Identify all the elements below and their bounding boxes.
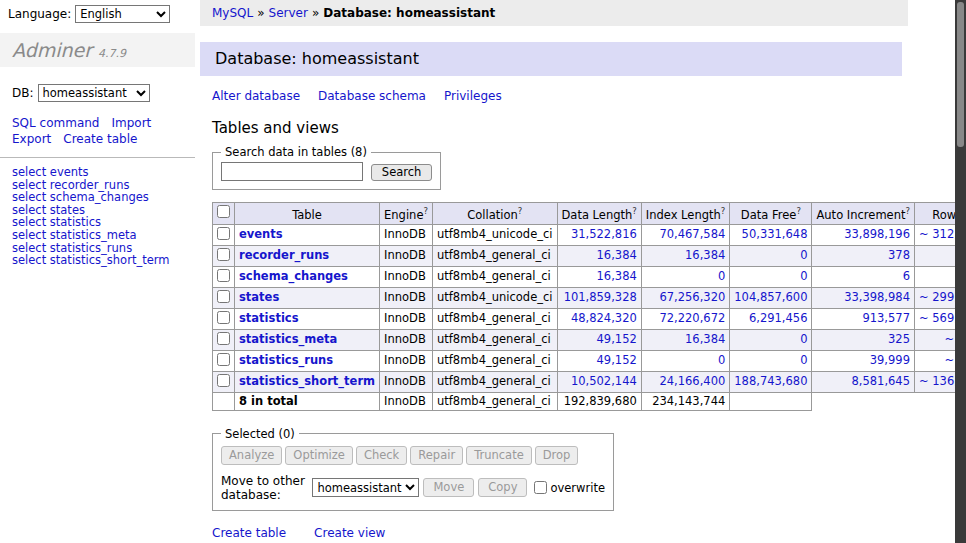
sidebar-table-select-link[interactable]: select statistics_short_term <box>12 254 183 267</box>
column-help-link[interactable]: ? <box>905 206 910 216</box>
row-checkbox[interactable] <box>217 269 230 282</box>
engine-cell: InnoDB <box>380 371 433 392</box>
column-help-link[interactable]: ? <box>632 206 637 216</box>
row-checkbox[interactable] <box>217 311 230 324</box>
vertical-scrollbar[interactable] <box>955 0 966 543</box>
row-checkbox-cell <box>213 266 235 287</box>
row-checkbox[interactable] <box>217 332 230 345</box>
create-link[interactable]: Create table <box>212 526 286 540</box>
selected-action-button[interactable]: Truncate <box>466 446 532 465</box>
overwrite-checkbox[interactable] <box>534 481 547 494</box>
data-length-cell: 49,152 <box>557 350 641 371</box>
auto-increment-cell: 6 <box>812 266 915 287</box>
language-select[interactable]: English <box>75 5 170 23</box>
sidebar-table-select-link[interactable]: select statistics_meta <box>12 229 183 242</box>
total-empty-cell <box>213 392 235 410</box>
table-row: statistics_runs InnoDB utf8mb4_general_c… <box>213 350 966 371</box>
breadcrumb-link-server[interactable]: Server <box>269 6 308 20</box>
total-engine-cell: InnoDB <box>380 392 433 410</box>
search-input[interactable] <box>221 162 363 181</box>
selected-action-button[interactable]: Check <box>356 446 407 465</box>
column-header: Data Length? <box>557 203 641 225</box>
engine-cell: InnoDB <box>380 329 433 350</box>
column-help-link[interactable]: ? <box>518 206 523 216</box>
selected-action-button[interactable]: Drop <box>535 446 579 465</box>
sidebar-link-create-table[interactable]: Create table <box>63 132 137 146</box>
app-name[interactable]: Adminer <box>12 39 92 61</box>
app-version[interactable]: 4.7.9 <box>98 47 126 60</box>
column-header: Index Length? <box>641 203 730 225</box>
table-name-cell: statistics_short_term <box>235 371 380 392</box>
table-name-cell: statistics_runs <box>235 350 380 371</box>
data-free-cell: 0 <box>730 245 812 266</box>
row-checkbox[interactable] <box>217 290 230 303</box>
breadcrumb-link-mysql[interactable]: MySQL <box>212 6 253 20</box>
main-panel: Database: homeassistant Alter databaseDa… <box>200 26 956 543</box>
copy-button[interactable]: Copy <box>478 478 527 497</box>
move-row: Move to other database: homeassistant Mo… <box>221 474 605 502</box>
table-name-link[interactable]: statistics_short_term <box>239 374 375 388</box>
search-button[interactable]: Search <box>371 164 433 181</box>
table-name-link[interactable]: events <box>239 227 283 241</box>
data-free-cell: 0 <box>730 329 812 350</box>
table-name-link[interactable]: schema_changes <box>239 269 348 283</box>
row-checkbox[interactable] <box>217 227 230 240</box>
column-help-link[interactable]: ? <box>423 206 428 216</box>
index-length-cell: 70,467,584 <box>641 224 730 245</box>
table-name-link[interactable]: recorder_runs <box>239 248 329 262</box>
db-label: DB: <box>12 86 34 100</box>
index-length-cell: 24,166,400 <box>641 371 730 392</box>
sidebar-table-list: select eventsselect recorder_runsselect … <box>0 157 195 267</box>
sidebar-link-import[interactable]: Import <box>111 116 151 130</box>
database-action-link[interactable]: Privileges <box>444 89 502 103</box>
sidebar: Adminer4.7.9 DB:homeassistant SQL comman… <box>0 26 200 543</box>
table-row: recorder_runs InnoDB utf8mb4_general_ci … <box>213 245 966 266</box>
table-name-link[interactable]: statistics <box>239 311 299 325</box>
table-name-cell: recorder_runs <box>235 245 380 266</box>
row-checkbox[interactable] <box>217 374 230 387</box>
collation-cell: utf8mb4_general_ci <box>432 371 557 392</box>
sidebar-links: SQL commandImport ExportCreate table <box>12 115 188 147</box>
column-help-link[interactable]: ? <box>796 206 801 216</box>
collation-cell: utf8mb4_general_ci <box>432 308 557 329</box>
sidebar-link-export[interactable]: Export <box>12 132 51 146</box>
selected-action-button[interactable]: Optimize <box>285 446 353 465</box>
db-select[interactable]: homeassistant <box>38 84 150 102</box>
data-length-cell: 49,152 <box>557 329 641 350</box>
selected-action-button[interactable]: Analyze <box>221 446 282 465</box>
table-name-link[interactable]: states <box>239 290 279 304</box>
table-row: states InnoDB utf8mb4_unicode_ci 101,859… <box>213 287 966 308</box>
data-free-cell: 0 <box>730 350 812 371</box>
index-length-cell: 0 <box>641 350 730 371</box>
engine-cell: InnoDB <box>380 245 433 266</box>
total-data-length-cell: 192,839,680 <box>557 392 641 410</box>
database-action-link[interactable]: Database schema <box>318 89 426 103</box>
table-name-cell: schema_changes <box>235 266 380 287</box>
collation-cell: utf8mb4_general_ci <box>432 266 557 287</box>
table-name-link[interactable]: statistics_meta <box>239 332 337 346</box>
table-name-link[interactable]: statistics_runs <box>239 353 333 367</box>
total-index-length-cell: 234,143,744 <box>641 392 730 410</box>
selected-legend: Selected (0) <box>221 427 299 441</box>
move-db-select[interactable]: homeassistant <box>312 478 419 497</box>
selected-action-button[interactable]: Repair <box>410 446 463 465</box>
sidebar-table-select-link[interactable]: select events <box>12 166 183 179</box>
scrollbar-thumb[interactable] <box>957 2 964 147</box>
create-link[interactable]: Create view <box>314 526 385 540</box>
auto-increment-cell: 913,577 <box>812 308 915 329</box>
move-label: Move to other database: <box>221 474 307 502</box>
move-button[interactable]: Move <box>423 478 474 497</box>
overwrite-option: overwrite <box>534 481 605 495</box>
breadcrumb-separator: » <box>257 6 264 20</box>
sidebar-table-select-link[interactable]: select schema_changes <box>12 191 183 204</box>
select-all-checkbox[interactable] <box>217 205 230 218</box>
table-name-cell: statistics <box>235 308 380 329</box>
column-help-link[interactable]: ? <box>721 206 726 216</box>
auto-increment-cell: 33,898,196 <box>812 224 915 245</box>
sidebar-link-sql-command[interactable]: SQL command <box>12 116 99 130</box>
database-action-link[interactable]: Alter database <box>212 89 300 103</box>
row-checkbox[interactable] <box>217 248 230 261</box>
tables-heading: Tables and views <box>212 119 956 137</box>
row-checkbox[interactable] <box>217 353 230 366</box>
data-length-cell: 16,384 <box>557 245 641 266</box>
